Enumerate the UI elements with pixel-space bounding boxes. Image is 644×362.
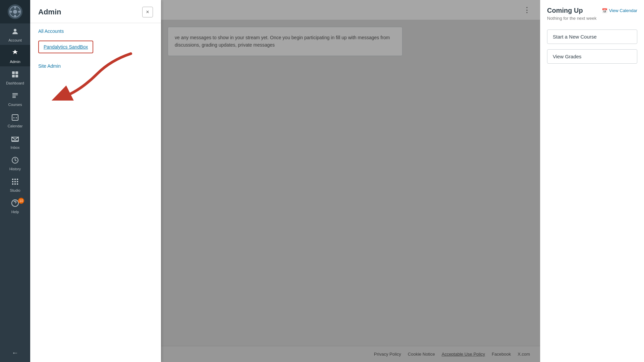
sidebar-item-dashboard[interactable]: Dashboard — [0, 66, 30, 88]
svg-point-4 — [10, 11, 12, 13]
right-sidebar: Coming Up 📅 View Calendar Nothing for th… — [540, 0, 644, 362]
sidebar-item-admin[interactable]: Admin — [0, 45, 30, 66]
svg-rect-12 — [13, 117, 14, 118]
svg-rect-17 — [14, 179, 16, 180]
svg-rect-24 — [17, 183, 18, 185]
main-content: ⋮ ve any messages to show in your stream… — [161, 0, 540, 362]
sidebar-item-calendar[interactable]: Calendar — [0, 109, 30, 131]
coming-up-section: Coming Up 📅 View Calendar Nothing for th… — [547, 7, 637, 24]
sidebar-item-courses-label: Courses — [8, 103, 22, 107]
view-calendar-label: View Calendar — [609, 8, 637, 13]
sidebar-item-account[interactable]: Account — [0, 23, 30, 45]
svg-rect-7 — [12, 71, 15, 74]
admin-panel-body: All Accounts Pandalytics SandBox Site Ad… — [30, 23, 161, 362]
svg-rect-8 — [15, 71, 18, 74]
svg-point-2 — [14, 7, 16, 9]
sidebar-item-inbox-label: Inbox — [11, 145, 20, 149]
svg-rect-13 — [16, 117, 17, 118]
sidebar-item-studio-label: Studio — [10, 188, 20, 192]
admin-icon — [11, 49, 19, 58]
courses-icon — [11, 92, 19, 101]
start-new-course-button[interactable]: Start a New Course — [547, 29, 637, 44]
svg-point-1 — [13, 10, 17, 14]
sidebar-item-courses[interactable]: Courses — [0, 88, 30, 109]
collapse-icon: ← — [12, 349, 18, 357]
history-icon — [11, 156, 19, 166]
sidebar-item-dashboard-label: Dashboard — [6, 81, 24, 85]
view-calendar-link[interactable]: 📅 View Calendar — [602, 8, 637, 13]
svg-rect-20 — [14, 181, 16, 182]
svg-point-3 — [14, 15, 16, 17]
coming-up-header: Coming Up 📅 View Calendar — [547, 7, 637, 14]
sidebar-nav: Account Admin Dashboard — [0, 23, 30, 344]
svg-rect-11 — [12, 115, 18, 120]
svg-rect-23 — [14, 183, 16, 185]
sidebar-item-account-label: Account — [8, 38, 22, 42]
admin-panel: Admin × All Accounts Pandalytics SandBox… — [30, 0, 161, 362]
logo-icon — [8, 4, 22, 19]
inbox-icon — [11, 135, 19, 144]
admin-panel-header: Admin × — [30, 0, 161, 23]
svg-rect-10 — [15, 75, 18, 77]
admin-panel-title: Admin — [38, 8, 61, 16]
studio-icon — [11, 178, 19, 187]
overlay — [161, 0, 540, 362]
sidebar-item-history[interactable]: History — [0, 152, 30, 174]
sidebar-item-help-label: Help — [11, 210, 19, 214]
nothing-text: Nothing for the next week — [547, 16, 637, 21]
svg-rect-22 — [12, 183, 13, 185]
svg-point-6 — [14, 29, 16, 32]
sidebar-collapse-button[interactable]: ← — [0, 344, 30, 362]
close-button[interactable]: × — [142, 7, 153, 17]
account-item-link[interactable]: Pandalytics SandBox — [44, 44, 88, 50]
calendar-link-icon: 📅 — [602, 8, 607, 13]
sidebar-item-admin-label: Admin — [10, 60, 20, 64]
sidebar-item-studio[interactable]: Studio — [0, 174, 30, 195]
svg-point-5 — [18, 11, 20, 13]
coming-up-title: Coming Up — [547, 7, 583, 14]
svg-rect-18 — [17, 179, 18, 180]
sidebar-item-calendar-label: Calendar — [8, 124, 23, 128]
sidebar-item-help[interactable]: 10 Help — [0, 195, 30, 217]
sidebar-logo — [0, 0, 30, 23]
svg-rect-19 — [12, 181, 13, 182]
sidebar: Account Admin Dashboard — [0, 0, 30, 362]
help-badge: 10 — [18, 198, 24, 204]
all-accounts-link[interactable]: All Accounts — [38, 28, 153, 34]
sidebar-item-inbox[interactable]: Inbox — [0, 131, 30, 152]
account-icon — [11, 27, 19, 37]
dashboard-icon — [11, 70, 19, 80]
sidebar-item-history-label: History — [9, 167, 21, 171]
calendar-nav-icon — [11, 113, 19, 123]
account-item: Pandalytics SandBox — [38, 41, 93, 53]
view-grades-button[interactable]: View Grades — [547, 49, 637, 64]
svg-rect-16 — [12, 179, 13, 180]
svg-rect-9 — [12, 75, 15, 77]
site-admin-link[interactable]: Site Admin — [38, 62, 153, 70]
svg-rect-21 — [17, 181, 18, 182]
